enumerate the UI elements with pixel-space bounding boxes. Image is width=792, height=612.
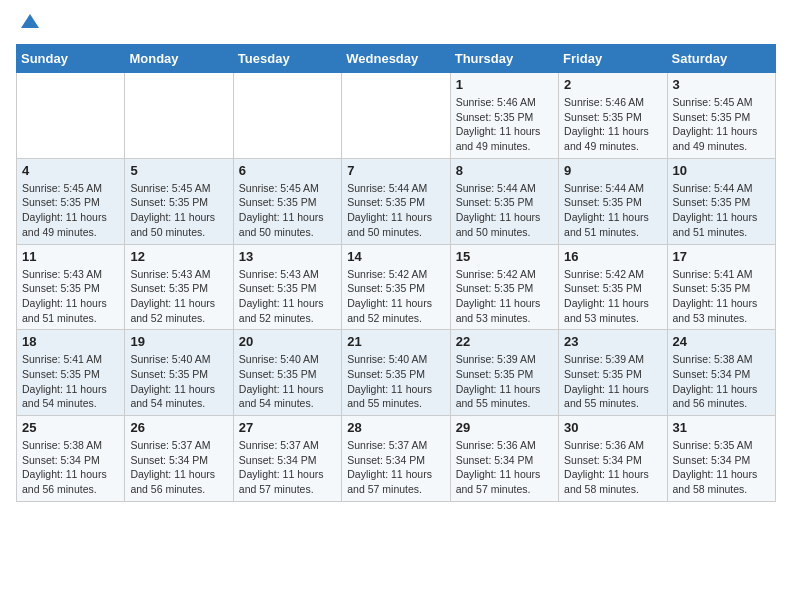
day-number: 14: [347, 249, 444, 264]
day-header-wednesday: Wednesday: [342, 45, 450, 73]
day-info: Sunrise: 5:37 AM Sunset: 5:34 PM Dayligh…: [347, 438, 444, 497]
svg-marker-0: [21, 14, 39, 28]
day-info: Sunrise: 5:42 AM Sunset: 5:35 PM Dayligh…: [456, 267, 553, 326]
day-info: Sunrise: 5:36 AM Sunset: 5:34 PM Dayligh…: [564, 438, 661, 497]
calendar-cell: 29Sunrise: 5:36 AM Sunset: 5:34 PM Dayli…: [450, 416, 558, 502]
calendar-cell: 14Sunrise: 5:42 AM Sunset: 5:35 PM Dayli…: [342, 244, 450, 330]
day-info: Sunrise: 5:37 AM Sunset: 5:34 PM Dayligh…: [239, 438, 336, 497]
day-number: 11: [22, 249, 119, 264]
calendar-table: SundayMondayTuesdayWednesdayThursdayFrid…: [16, 44, 776, 502]
day-number: 4: [22, 163, 119, 178]
calendar-cell: 19Sunrise: 5:40 AM Sunset: 5:35 PM Dayli…: [125, 330, 233, 416]
day-info: Sunrise: 5:41 AM Sunset: 5:35 PM Dayligh…: [22, 352, 119, 411]
day-info: Sunrise: 5:40 AM Sunset: 5:35 PM Dayligh…: [239, 352, 336, 411]
logo-bird-icon: [21, 12, 39, 30]
logo: [16, 16, 39, 34]
day-info: Sunrise: 5:45 AM Sunset: 5:35 PM Dayligh…: [22, 181, 119, 240]
day-number: 7: [347, 163, 444, 178]
day-info: Sunrise: 5:39 AM Sunset: 5:35 PM Dayligh…: [456, 352, 553, 411]
day-info: Sunrise: 5:42 AM Sunset: 5:35 PM Dayligh…: [347, 267, 444, 326]
calendar-cell: 22Sunrise: 5:39 AM Sunset: 5:35 PM Dayli…: [450, 330, 558, 416]
day-number: 8: [456, 163, 553, 178]
calendar-cell: 21Sunrise: 5:40 AM Sunset: 5:35 PM Dayli…: [342, 330, 450, 416]
calendar-cell: 10Sunrise: 5:44 AM Sunset: 5:35 PM Dayli…: [667, 158, 775, 244]
calendar-cell: 2Sunrise: 5:46 AM Sunset: 5:35 PM Daylig…: [559, 73, 667, 159]
calendar-cell: 15Sunrise: 5:42 AM Sunset: 5:35 PM Dayli…: [450, 244, 558, 330]
calendar-cell: 1Sunrise: 5:46 AM Sunset: 5:35 PM Daylig…: [450, 73, 558, 159]
day-number: 27: [239, 420, 336, 435]
day-number: 12: [130, 249, 227, 264]
calendar-cell: 30Sunrise: 5:36 AM Sunset: 5:34 PM Dayli…: [559, 416, 667, 502]
day-number: 22: [456, 334, 553, 349]
calendar-cell: 31Sunrise: 5:35 AM Sunset: 5:34 PM Dayli…: [667, 416, 775, 502]
day-number: 28: [347, 420, 444, 435]
day-info: Sunrise: 5:46 AM Sunset: 5:35 PM Dayligh…: [564, 95, 661, 154]
day-info: Sunrise: 5:40 AM Sunset: 5:35 PM Dayligh…: [347, 352, 444, 411]
calendar-cell: 25Sunrise: 5:38 AM Sunset: 5:34 PM Dayli…: [17, 416, 125, 502]
day-header-thursday: Thursday: [450, 45, 558, 73]
calendar-cell: 5Sunrise: 5:45 AM Sunset: 5:35 PM Daylig…: [125, 158, 233, 244]
day-info: Sunrise: 5:44 AM Sunset: 5:35 PM Dayligh…: [673, 181, 770, 240]
day-info: Sunrise: 5:43 AM Sunset: 5:35 PM Dayligh…: [22, 267, 119, 326]
day-number: 23: [564, 334, 661, 349]
day-info: Sunrise: 5:45 AM Sunset: 5:35 PM Dayligh…: [673, 95, 770, 154]
calendar-cell: [233, 73, 341, 159]
day-number: 6: [239, 163, 336, 178]
calendar-week-4: 18Sunrise: 5:41 AM Sunset: 5:35 PM Dayli…: [17, 330, 776, 416]
calendar-cell: 8Sunrise: 5:44 AM Sunset: 5:35 PM Daylig…: [450, 158, 558, 244]
calendar-cell: 16Sunrise: 5:42 AM Sunset: 5:35 PM Dayli…: [559, 244, 667, 330]
day-info: Sunrise: 5:44 AM Sunset: 5:35 PM Dayligh…: [456, 181, 553, 240]
calendar-cell: 4Sunrise: 5:45 AM Sunset: 5:35 PM Daylig…: [17, 158, 125, 244]
calendar-cell: 6Sunrise: 5:45 AM Sunset: 5:35 PM Daylig…: [233, 158, 341, 244]
day-info: Sunrise: 5:43 AM Sunset: 5:35 PM Dayligh…: [239, 267, 336, 326]
calendar-header-row: SundayMondayTuesdayWednesdayThursdayFrid…: [17, 45, 776, 73]
calendar-cell: 23Sunrise: 5:39 AM Sunset: 5:35 PM Dayli…: [559, 330, 667, 416]
day-number: 1: [456, 77, 553, 92]
day-number: 20: [239, 334, 336, 349]
calendar-cell: 27Sunrise: 5:37 AM Sunset: 5:34 PM Dayli…: [233, 416, 341, 502]
day-header-sunday: Sunday: [17, 45, 125, 73]
calendar-cell: 20Sunrise: 5:40 AM Sunset: 5:35 PM Dayli…: [233, 330, 341, 416]
day-info: Sunrise: 5:38 AM Sunset: 5:34 PM Dayligh…: [673, 352, 770, 411]
calendar-cell: 28Sunrise: 5:37 AM Sunset: 5:34 PM Dayli…: [342, 416, 450, 502]
day-info: Sunrise: 5:40 AM Sunset: 5:35 PM Dayligh…: [130, 352, 227, 411]
day-number: 5: [130, 163, 227, 178]
day-number: 2: [564, 77, 661, 92]
day-header-saturday: Saturday: [667, 45, 775, 73]
day-number: 26: [130, 420, 227, 435]
day-info: Sunrise: 5:37 AM Sunset: 5:34 PM Dayligh…: [130, 438, 227, 497]
day-number: 17: [673, 249, 770, 264]
day-number: 13: [239, 249, 336, 264]
day-info: Sunrise: 5:45 AM Sunset: 5:35 PM Dayligh…: [239, 181, 336, 240]
calendar-cell: [125, 73, 233, 159]
day-info: Sunrise: 5:45 AM Sunset: 5:35 PM Dayligh…: [130, 181, 227, 240]
calendar-cell: 3Sunrise: 5:45 AM Sunset: 5:35 PM Daylig…: [667, 73, 775, 159]
day-header-monday: Monday: [125, 45, 233, 73]
day-header-friday: Friday: [559, 45, 667, 73]
day-number: 25: [22, 420, 119, 435]
day-number: 10: [673, 163, 770, 178]
day-info: Sunrise: 5:42 AM Sunset: 5:35 PM Dayligh…: [564, 267, 661, 326]
calendar-week-5: 25Sunrise: 5:38 AM Sunset: 5:34 PM Dayli…: [17, 416, 776, 502]
calendar-cell: 17Sunrise: 5:41 AM Sunset: 5:35 PM Dayli…: [667, 244, 775, 330]
day-info: Sunrise: 5:44 AM Sunset: 5:35 PM Dayligh…: [347, 181, 444, 240]
calendar-cell: 7Sunrise: 5:44 AM Sunset: 5:35 PM Daylig…: [342, 158, 450, 244]
calendar-cell: 12Sunrise: 5:43 AM Sunset: 5:35 PM Dayli…: [125, 244, 233, 330]
page-header: [16, 16, 776, 34]
day-number: 29: [456, 420, 553, 435]
day-number: 9: [564, 163, 661, 178]
day-info: Sunrise: 5:35 AM Sunset: 5:34 PM Dayligh…: [673, 438, 770, 497]
calendar-cell: 26Sunrise: 5:37 AM Sunset: 5:34 PM Dayli…: [125, 416, 233, 502]
day-info: Sunrise: 5:44 AM Sunset: 5:35 PM Dayligh…: [564, 181, 661, 240]
day-number: 3: [673, 77, 770, 92]
calendar-week-1: 1Sunrise: 5:46 AM Sunset: 5:35 PM Daylig…: [17, 73, 776, 159]
calendar-week-3: 11Sunrise: 5:43 AM Sunset: 5:35 PM Dayli…: [17, 244, 776, 330]
day-number: 18: [22, 334, 119, 349]
day-info: Sunrise: 5:46 AM Sunset: 5:35 PM Dayligh…: [456, 95, 553, 154]
day-number: 16: [564, 249, 661, 264]
day-info: Sunrise: 5:41 AM Sunset: 5:35 PM Dayligh…: [673, 267, 770, 326]
calendar-cell: 24Sunrise: 5:38 AM Sunset: 5:34 PM Dayli…: [667, 330, 775, 416]
day-number: 15: [456, 249, 553, 264]
day-number: 31: [673, 420, 770, 435]
calendar-cell: 18Sunrise: 5:41 AM Sunset: 5:35 PM Dayli…: [17, 330, 125, 416]
